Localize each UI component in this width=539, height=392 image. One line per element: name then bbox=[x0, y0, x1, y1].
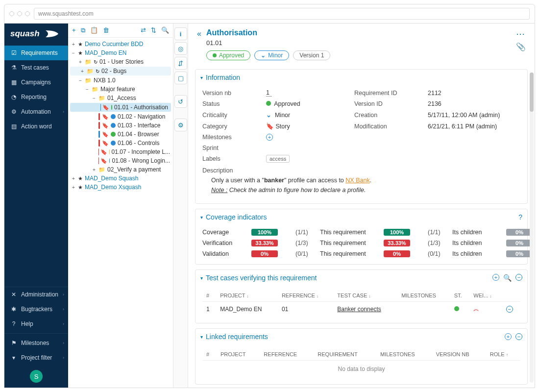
scrollbar-thumb[interactable] bbox=[530, 73, 534, 112]
sort-icon[interactable]: ⇅ bbox=[151, 26, 156, 34]
value[interactable]: Approved bbox=[266, 100, 344, 107]
coverage-fraction: (1/1) bbox=[428, 229, 452, 236]
remove-icon[interactable]: − bbox=[506, 306, 513, 313]
trash-icon[interactable]: 🗑 bbox=[103, 26, 109, 34]
add-icon[interactable]: + bbox=[492, 274, 499, 281]
add-icon[interactable]: + bbox=[505, 333, 512, 340]
tree-item[interactable]: 🔖 01.04 - Browser bbox=[68, 130, 173, 139]
tree-folder[interactable]: −📁01_Access bbox=[68, 94, 173, 102]
more-icon[interactable]: ⋯ bbox=[516, 28, 526, 39]
tree-item[interactable]: 🔖 01.02 - Navigation bbox=[68, 112, 173, 121]
avatar[interactable]: S bbox=[30, 370, 43, 383]
table-row[interactable]: 1 MAD_Demo EN 01 Banker connects ︽ − bbox=[202, 302, 520, 317]
nav-action-word[interactable]: ▤Action word bbox=[4, 119, 68, 134]
value[interactable]: ⌄ Minor bbox=[266, 111, 344, 119]
tree-panel: + ⧉ 📋 🗑 ⇄ ⇅ 🔍 +★Demo Cucumber BDD −★MAD_… bbox=[68, 24, 173, 388]
nav-milestones[interactable]: ⚑Milestones› bbox=[4, 336, 68, 350]
col-project[interactable]: PROJECT bbox=[217, 348, 260, 361]
main-header: « Authorisation 01.01 Approved ⌄Minor Ve… bbox=[188, 24, 535, 64]
col-version-nb[interactable]: VERSION NB bbox=[432, 348, 486, 361]
panel-header[interactable]: ▾Linked requirements + − bbox=[196, 329, 527, 344]
tree-item[interactable]: 🔖 01.07 - Incomplete L... bbox=[68, 147, 173, 156]
panel-header[interactable]: ▾Coverage indicators? bbox=[196, 209, 527, 225]
scrollbar[interactable] bbox=[530, 73, 534, 383]
value[interactable]: access bbox=[266, 155, 344, 162]
tree-folder[interactable]: +📁↻02 - Bugs bbox=[70, 67, 171, 75]
paste-icon[interactable]: 📋 bbox=[90, 26, 98, 34]
copy-icon[interactable]: ⧉ bbox=[81, 26, 85, 34]
nav-requirements[interactable]: ☑Requirements bbox=[4, 46, 68, 60]
add-icon[interactable]: + bbox=[72, 26, 76, 34]
tree-item[interactable]: 🔖 01.03 - Interface bbox=[68, 121, 173, 130]
col-project[interactable]: PROJECT ↓ bbox=[216, 290, 278, 302]
panel-header[interactable]: ▾Test cases verifying this requirement +… bbox=[196, 270, 527, 286]
nav-automation[interactable]: ⚙Automation› bbox=[4, 104, 68, 119]
col-n[interactable]: # bbox=[202, 290, 216, 302]
search-icon[interactable]: 🔍 bbox=[503, 274, 512, 282]
coverage-badge: 100% bbox=[384, 229, 410, 236]
col-milestones[interactable]: MILESTONES bbox=[376, 348, 432, 361]
col-n[interactable]: # bbox=[202, 348, 217, 361]
priority-bar-icon bbox=[98, 140, 100, 147]
scroll-area[interactable]: ▾Information Version nb 1 Requirement ID… bbox=[188, 64, 535, 388]
col-requirement[interactable]: REQUIREMENT bbox=[314, 348, 376, 361]
col-reference[interactable]: REFERENCE ↓ bbox=[278, 290, 333, 302]
help-icon[interactable]: ? bbox=[518, 213, 522, 221]
nav-test-cases[interactable]: ⚗Test cases bbox=[4, 60, 68, 75]
value[interactable]: 🔖 Story bbox=[266, 122, 344, 130]
tree-item[interactable]: 🔖 01.06 - Controls bbox=[68, 139, 173, 147]
label: Milestones bbox=[202, 134, 256, 141]
tree-root[interactable]: −★MAD_Demo EN bbox=[68, 49, 173, 57]
priority-bar-icon bbox=[98, 131, 100, 138]
remove-icon[interactable]: − bbox=[515, 333, 522, 340]
tree-folder[interactable]: −📁NXB 1.0 bbox=[68, 76, 173, 85]
cell-weight: ︽ bbox=[469, 302, 502, 317]
col-role[interactable]: ROLE ↑ bbox=[486, 348, 520, 361]
coverage-col: Its children bbox=[452, 240, 506, 246]
history-icon[interactable]: ↺ bbox=[174, 95, 187, 108]
col-milestones[interactable]: MILESTONES bbox=[397, 290, 450, 302]
col-weight[interactable]: WEI... ↓ bbox=[469, 290, 502, 302]
nav-reporting[interactable]: ◔Reporting bbox=[4, 90, 68, 104]
folder-icon: 📁 bbox=[92, 86, 98, 93]
remove-icon[interactable]: − bbox=[515, 274, 522, 281]
value[interactable]: + bbox=[266, 134, 344, 141]
tree-root[interactable]: +★MAD_Demo Squash bbox=[68, 174, 173, 183]
tree: +★Demo Cucumber BDD −★MAD_Demo EN +📁↻01 … bbox=[68, 38, 173, 388]
value[interactable]: 1 bbox=[266, 89, 272, 97]
chevron-right-icon: › bbox=[63, 307, 64, 312]
swap-icon[interactable]: ⇄ bbox=[141, 26, 146, 34]
tree-folder[interactable]: −📁Major feature bbox=[68, 85, 173, 94]
nav-help[interactable]: ?Help› bbox=[4, 317, 68, 331]
tree-folder[interactable]: +📁↻01 - User Stories bbox=[68, 57, 173, 66]
nav-administration[interactable]: ✕Administration› bbox=[4, 287, 68, 302]
tree-folder[interactable]: +📁02_Verify a payment bbox=[68, 165, 173, 174]
tree-item[interactable]: 🔖 01.01 - Authorisation bbox=[70, 103, 171, 112]
cell-test-case[interactable]: Banker connects bbox=[333, 302, 397, 317]
panel-header[interactable]: ▾Information bbox=[196, 70, 527, 85]
settings-icon[interactable]: ⚙ bbox=[174, 119, 187, 131]
search-icon[interactable]: 🔍 bbox=[161, 26, 169, 34]
url-bar[interactable]: www.squashtest.com bbox=[34, 8, 530, 20]
col-reference[interactable]: REFERENCE bbox=[260, 348, 314, 361]
tree-item-label: 01.04 - Browser bbox=[118, 131, 159, 138]
tree-root[interactable]: +★Demo Cucumber BDD bbox=[68, 40, 173, 49]
col-test-case[interactable]: TEST CASE ↓ bbox=[333, 290, 397, 302]
link-icon[interactable]: ⇵ bbox=[174, 57, 187, 70]
caret-icon: ▾ bbox=[200, 75, 203, 80]
note-icon[interactable]: ▢ bbox=[174, 72, 187, 84]
check-icon: ☑ bbox=[10, 49, 17, 56]
nav-bugtrackers[interactable]: ✱Bugtrackers› bbox=[4, 302, 68, 317]
nav-project-filter[interactable]: ▾Project filter› bbox=[4, 350, 68, 365]
info-icon[interactable]: i bbox=[174, 27, 187, 40]
back-button[interactable]: « bbox=[197, 29, 201, 38]
col-status[interactable]: ST. bbox=[450, 290, 470, 302]
tree-root[interactable]: +★MAD_Demo Xsquash bbox=[68, 183, 173, 192]
paperclip-icon[interactable]: 📎 bbox=[516, 42, 526, 51]
add-icon[interactable]: + bbox=[266, 134, 273, 141]
nx-bank-link[interactable]: NX Bank bbox=[345, 177, 369, 184]
tree-item[interactable]: 🔖 01.08 - Wrong Login... bbox=[68, 156, 173, 165]
nav-campaigns[interactable]: ▦Campaigns bbox=[4, 75, 68, 90]
tree-item-label: 01.07 - Incomplete L... bbox=[112, 148, 170, 155]
target-icon[interactable]: ◎ bbox=[174, 42, 187, 55]
